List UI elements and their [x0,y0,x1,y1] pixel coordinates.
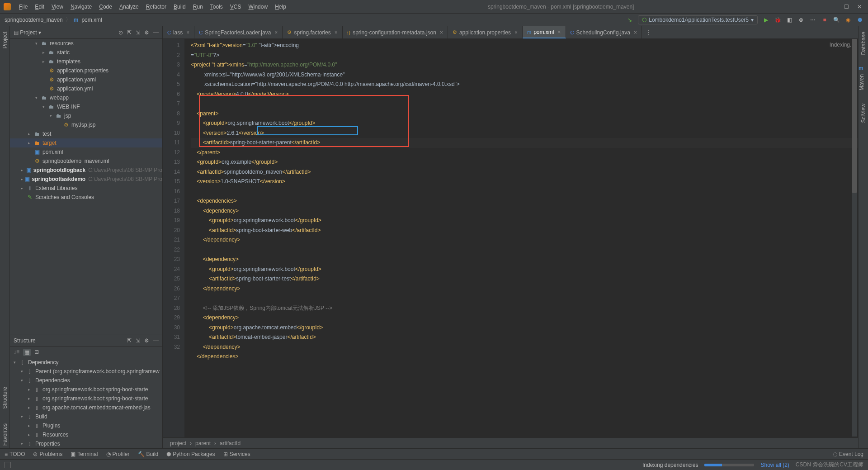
bc-project[interactable]: project [170,440,186,446]
breadcrumb-root[interactable]: springbootdemo_maven [5,17,63,23]
breadcrumb-file[interactable]: pom.xml [81,17,102,23]
tree-item[interactable]: ▸🖿target [10,138,162,147]
bc-parent[interactable]: parent [195,440,211,446]
event-log[interactable]: ◌ Event Log [833,451,863,457]
attach-button[interactable]: ⋯ [809,17,816,23]
editor-tab[interactable]: CSchedulingConfig.java× [566,26,642,38]
structure-item[interactable]: ▸⫿org.apache.tomcat.embed:tomcat-embed-j… [10,403,162,412]
menu-code[interactable]: Code [95,4,116,10]
expand-icon[interactable]: ⇱ [127,337,132,344]
tree-item[interactable]: ✎Scratches and Consoles [10,193,162,202]
ide-settings-icon[interactable]: ◉ [844,17,852,23]
menu-file[interactable]: File [15,4,31,10]
structure-item[interactable]: ▸⫿org.springframework.boot:spring-boot-s… [10,385,162,394]
menu-help[interactable]: Help [271,4,290,10]
expand-all-icon[interactable]: ⇱ [127,29,132,36]
collapse-all-icon[interactable]: ⇲ [136,29,140,36]
structure-item[interactable]: ▾⫿Dependencies [10,376,162,385]
stop-button[interactable]: ■ [821,17,828,23]
menu-window[interactable]: Window [245,4,271,10]
run-button[interactable]: ▶ [762,17,769,23]
maven-tool-tab[interactable]: mMaven [859,65,868,95]
locate-icon[interactable]: ⊙ [118,29,123,36]
todo-tool[interactable]: ≡ TODO [5,451,25,457]
editor-tab[interactable]: {}spring-configuration-metadata.json× [343,26,448,38]
autoscroll-icon[interactable]: ⊟ [34,349,39,356]
project-tree[interactable]: ▾🖿resources▸🖿static▸🖿templates⚙applicati… [10,39,162,334]
menu-edit[interactable]: Edit [31,4,48,10]
close-tab-icon[interactable]: × [558,29,561,35]
tree-item[interactable]: ▣pom.xml [10,147,162,157]
close-tab-icon[interactable]: × [634,29,637,36]
structure-item[interactable]: ▾⫿Build [10,412,162,421]
tree-item[interactable]: ▸🖿templates [10,57,162,66]
settings-icon[interactable]: ⚙ [144,337,149,344]
collapse-icon[interactable]: ⇲ [136,337,140,344]
run-configuration-select[interactable]: ⬡Lombokdemo1ApplicationTests.testUser5▾ [638,15,758,24]
code-with-me-icon[interactable]: ⬢ [856,17,863,23]
debug-button[interactable]: 🐞 [774,17,781,23]
menu-vcs[interactable]: VCS [226,4,245,10]
tree-item[interactable]: ▾🖿WEB-INF [10,102,162,111]
structure-item[interactable]: ▾⫿Properties [10,439,162,448]
tree-item[interactable]: ▾🖿webapp [10,93,162,102]
close-button[interactable]: ✕ [857,4,862,10]
profile-button[interactable]: ⊚ [797,17,805,23]
build-tool[interactable]: 🔨 Build [138,451,159,457]
problems-tool[interactable]: ⊘ Problems [33,451,62,457]
menu-run[interactable]: Run [189,4,207,10]
maximize-button[interactable]: ☐ [844,4,849,10]
tree-item[interactable]: ⚙springbootdemo_maven.iml [10,157,162,166]
code-editor[interactable]: 1234567891011121314151617181920212223242… [163,39,868,437]
tree-item[interactable]: ▾🖿jsp [10,111,162,120]
terminal-tool[interactable]: ▣ Terminal [71,451,98,457]
tree-item[interactable]: ⚙application.yml [10,84,162,93]
editor-scrollbar[interactable] [852,39,857,437]
menu-navigate[interactable]: Navigate [67,4,95,10]
favorites-tool-tab[interactable]: Favorites [2,421,8,448]
profiler-tool[interactable]: ◔ Profiler [106,451,130,457]
build-hammer-icon[interactable]: ↘ [626,17,633,23]
structure-tree[interactable]: ▾⫿Dependency▾⫿Parent (org.springframewor… [10,358,162,448]
close-tab-icon[interactable]: × [186,29,189,36]
tree-item[interactable]: ⚙myJsp.jsp [10,120,162,129]
close-tab-icon[interactable]: × [274,29,278,36]
tool-windows-toggle[interactable] [5,462,11,468]
coverage-button[interactable]: ◧ [786,17,793,23]
project-view-select[interactable]: ▤ Project ▾ [14,29,41,36]
filter-icon[interactable]: ▦ [23,349,31,356]
editor-tab[interactable]: Class× [163,26,194,38]
search-everywhere-icon[interactable]: 🔍 [833,17,840,23]
python-packages-tool[interactable]: ⬢ Python Packages [166,451,215,457]
menu-refactor[interactable]: Refactor [142,4,170,10]
tree-item[interactable]: ▾🖿resources [10,39,162,48]
background-task[interactable]: Indexing dependencies [642,462,698,468]
structure-item[interactable]: ▸⫿Plugins [10,421,162,430]
editor-tab[interactable]: ⚙application.properties× [448,26,523,38]
menu-view[interactable]: View [48,4,67,10]
tree-item[interactable]: ▸🖿static [10,48,162,57]
hide-panel-icon[interactable]: — [153,337,159,344]
close-tab-icon[interactable]: × [335,29,338,36]
tree-item[interactable]: ▸🖿test [10,129,162,138]
editor-tab[interactable]: CSpringFactoriesLoader.java× [194,26,283,38]
close-tab-icon[interactable]: × [514,29,518,36]
editor-tab[interactable]: mpom.xml× [523,26,566,38]
settings-icon[interactable]: ⚙ [144,29,149,36]
services-tool[interactable]: ⊞ Services [223,451,250,457]
tree-item[interactable]: ⚙application.yaml [10,75,162,84]
tree-item[interactable]: ▸▣springbootdlogbackC:\JavaProjects\08 S… [10,166,162,175]
database-tool-tab[interactable]: Database [860,29,867,59]
show-all-tasks[interactable]: Show all (2) [760,462,789,468]
tree-item[interactable]: ▸⫴External Libraries [10,184,162,193]
sciview-tool-tab[interactable]: SciView [860,101,867,127]
close-tab-icon[interactable]: × [440,29,443,36]
structure-tool-tab[interactable]: Structure [2,384,8,412]
hide-panel-icon[interactable]: — [153,29,159,36]
code-content[interactable]: <?xml "t-attr">version="1.0" "t-attr">en… [184,39,868,437]
menu-build[interactable]: Build [170,4,189,10]
menu-tools[interactable]: Tools [207,4,226,10]
bc-artifact[interactable]: artifactId [220,440,241,446]
structure-item[interactable]: ▸⫿org.springframework.boot:spring-boot-s… [10,394,162,403]
structure-item[interactable]: ▾⫿Parent (org.springframework.boot:org.s… [10,367,162,376]
